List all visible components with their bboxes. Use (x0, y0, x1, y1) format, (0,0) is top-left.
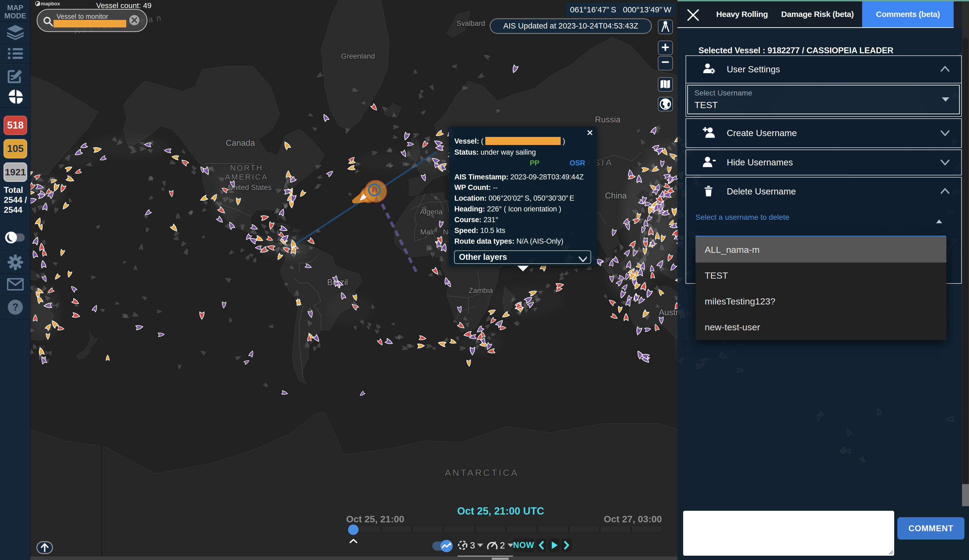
svg-text:Greenland: Greenland (341, 52, 375, 60)
svg-text:ANTARCTICA: ANTARCTICA (445, 467, 519, 478)
svg-text:?: ? (12, 301, 18, 312)
svg-text:Svalbard: Svalbard (456, 19, 485, 27)
svg-text:Zambia: Zambia (469, 286, 493, 294)
svg-text:Mali: Mali (420, 228, 434, 236)
svg-text:mapbox: mapbox (41, 1, 60, 7)
svg-text:Canada: Canada (226, 138, 255, 148)
svg-text:Russia: Russia (595, 115, 621, 124)
